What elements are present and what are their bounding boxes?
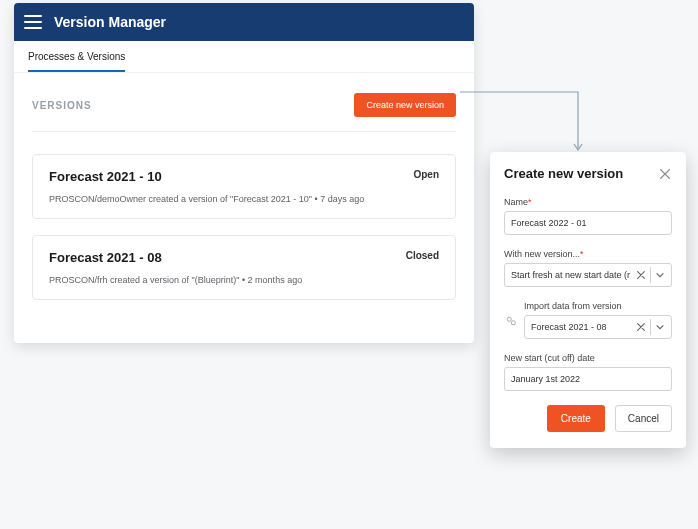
- date-label: New start (cut off) date: [504, 353, 672, 363]
- name-value: Forecast 2022 - 01: [511, 218, 587, 228]
- version-manager-panel: Version Manager Processes & Versions VER…: [14, 3, 474, 343]
- version-title: Forecast 2021 - 10: [49, 169, 162, 184]
- app-title: Version Manager: [54, 14, 166, 30]
- name-input[interactable]: Forecast 2022 - 01: [504, 211, 672, 235]
- create-button[interactable]: Create: [547, 405, 605, 432]
- import-value: Forecast 2021 - 08: [531, 322, 607, 332]
- name-label: Name*: [504, 197, 672, 207]
- close-icon[interactable]: [658, 167, 672, 181]
- cancel-button[interactable]: Cancel: [615, 405, 672, 432]
- gear-icon: [504, 314, 518, 328]
- mode-select[interactable]: Start fresh at new start date (r: [504, 263, 672, 287]
- dialog-title: Create new version: [504, 166, 623, 181]
- version-title: Forecast 2021 - 08: [49, 250, 162, 265]
- clear-icon[interactable]: [636, 270, 646, 280]
- version-card[interactable]: Forecast 2021 - 10 Open PROSCON/demoOwne…: [32, 154, 456, 219]
- create-version-dialog: Create new version Name* Forecast 2022 -…: [490, 152, 686, 448]
- date-input[interactable]: January 1st 2022: [504, 367, 672, 391]
- svg-point-0: [507, 317, 511, 321]
- import-label: Import data from version: [524, 301, 672, 311]
- svg-point-1: [511, 321, 515, 325]
- tabs: Processes & Versions: [14, 41, 474, 73]
- mode-label: With new version...*: [504, 249, 672, 259]
- content-area: VERSIONS Create new version Forecast 202…: [14, 73, 474, 334]
- clear-icon[interactable]: [636, 322, 646, 332]
- import-select[interactable]: Forecast 2021 - 08: [524, 315, 672, 339]
- section-title: VERSIONS: [32, 100, 92, 111]
- version-status: Open: [413, 169, 439, 180]
- version-subtitle: PROSCON/demoOwner created a version of "…: [49, 194, 439, 204]
- tab-processes-versions[interactable]: Processes & Versions: [28, 41, 125, 72]
- version-subtitle: PROSCON/frh created a version of "(Bluep…: [49, 275, 439, 285]
- version-status: Closed: [406, 250, 439, 261]
- menu-icon[interactable]: [24, 15, 42, 29]
- chevron-down-icon[interactable]: [655, 322, 665, 332]
- date-value: January 1st 2022: [511, 374, 580, 384]
- titlebar: Version Manager: [14, 3, 474, 41]
- chevron-down-icon[interactable]: [655, 270, 665, 280]
- version-card[interactable]: Forecast 2021 - 08 Closed PROSCON/frh cr…: [32, 235, 456, 300]
- section-header: VERSIONS Create new version: [32, 83, 456, 132]
- create-new-version-button[interactable]: Create new version: [354, 93, 456, 117]
- mode-value: Start fresh at new start date (r: [511, 270, 630, 280]
